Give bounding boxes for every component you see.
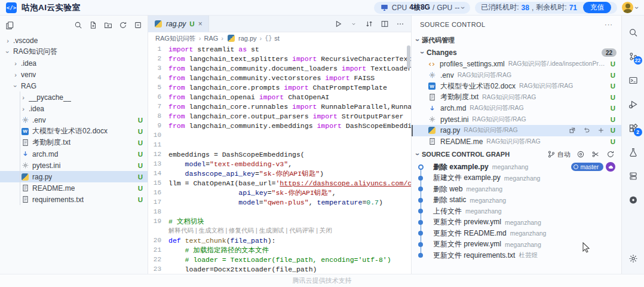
cpu-value: 4核8G (409, 2, 430, 13)
activity-settings[interactable] (622, 246, 644, 270)
breadcrumb-item[interactable]: {}st (265, 35, 280, 42)
run-icon[interactable] (333, 19, 343, 29)
search-icon[interactable] (73, 20, 83, 30)
more-actions-icon[interactable]: ··· (605, 21, 613, 28)
commit-row[interactable]: 删除 webmeganzhang (412, 184, 621, 195)
refresh-icon[interactable] (606, 149, 615, 159)
xml-icon (427, 59, 436, 69)
target-icon[interactable] (576, 149, 585, 159)
tree-item-RAG知识问答[interactable]: ›RAG知识问答 (0, 46, 148, 57)
tree-item-label: pytest.ini (32, 161, 60, 170)
commit-row[interactable]: 新建文件 example.pymeganzhang (412, 173, 621, 184)
terminal-icon (628, 75, 638, 85)
line-number: 23 (148, 265, 168, 273)
changes-header[interactable]: › Changes 22 (412, 47, 621, 59)
tree-item-requirements.txt[interactable]: requirements.txtU (0, 194, 148, 205)
go-file-icon[interactable] (568, 126, 577, 135)
chevron-down-icon[interactable] (349, 19, 358, 29)
activity-debug[interactable] (622, 92, 644, 116)
change-file-path: RAG知识问答/RAG (482, 93, 536, 102)
footer-bar: 腾讯云提供技术支持 (0, 274, 644, 287)
activity-extensions[interactable]: 2 (622, 116, 644, 140)
tree-item-label: __pycache__ (29, 93, 71, 102)
breadcrumb-label: st (274, 35, 280, 42)
activity-beaker[interactable] (622, 140, 644, 164)
change-item-rag.py[interactable]: rag.pyRAG知识问答/RAGU (412, 125, 621, 136)
code-line-22: 22 # loader = TextLoader(file_path, enco… (148, 255, 411, 264)
commit-row[interactable]: 删除 staticmeganzhang (412, 195, 621, 206)
stage-icon[interactable] (596, 126, 606, 135)
activity-search[interactable] (622, 20, 644, 44)
python-icon (226, 33, 236, 43)
activity-source-control-active[interactable]: 22 (622, 44, 644, 68)
discard-icon[interactable] (582, 126, 591, 135)
change-item-pytest.ini[interactable]: pytest.iniRAG知识问答/RAGU (412, 114, 621, 126)
editor-scrollbar[interactable] (407, 45, 410, 68)
collapse-all-icon[interactable] (133, 20, 143, 30)
compare-changes-icon[interactable] (364, 19, 374, 29)
chevron-down-icon: › (633, 7, 640, 9)
commit-graph-list: 删除 example.pymeganzhangmaster新建文件 exampl… (412, 161, 621, 261)
scm-graph-header[interactable]: › SOURCE CONTROL GRAPH 自动 (412, 147, 621, 161)
commit-message: 新建文件 example.py (433, 173, 501, 183)
new-file-icon[interactable] (88, 20, 98, 30)
change-item-arch.md[interactable]: arch.mdRAG知识问答/RAGU (412, 103, 621, 114)
recharge-button[interactable]: 充值 (583, 2, 611, 13)
tree-item-.idea[interactable]: ›.idea (0, 103, 148, 114)
activity-server[interactable] (622, 164, 644, 188)
code-line-21: 21 # 加载指定路径的文本文件 (148, 245, 411, 255)
breadcrumb-item[interactable]: RAG (204, 35, 219, 42)
line-number: 4 (148, 74, 168, 81)
tree-item-__pycache__[interactable]: ›__pycache__ (0, 91, 148, 103)
refresh-icon[interactable] (118, 20, 128, 30)
commit-row[interactable]: 更新文件 preview.ymlmeganzhang (412, 239, 621, 251)
changes-label: Changes (427, 48, 457, 57)
commit-row[interactable]: 更新文件 requirements.txt杜芸煜 (412, 250, 621, 261)
commit-row[interactable]: 更新文件 preview.ymlmeganzhang (412, 217, 621, 228)
chevron-down-icon: › (419, 51, 426, 54)
change-item-README.me[interactable]: README.meRAG知识问答/RAGU (412, 136, 621, 148)
commit-row[interactable]: 上传文件meganzhang (412, 206, 621, 217)
code-line-4: 4from langchain_community.vectorstores i… (148, 73, 411, 83)
tree-item-考勤制度.txt[interactable]: 考勤制度.txtU (0, 137, 148, 148)
code-area[interactable]: 1import streamlit as st2from langchain_t… (148, 44, 411, 274)
change-item-.env[interactable]: .envRAG知识问答/RAGU (412, 70, 621, 81)
user-menu[interactable]: › (622, 2, 638, 13)
tree-item-arch.md[interactable]: arch.mdU (0, 148, 148, 160)
scm-section-source-management[interactable]: › 源代码管理 (412, 33, 621, 47)
commit-row[interactable]: 删除 example.pymeganzhangmaster (412, 161, 621, 173)
close-icon[interactable]: × (198, 20, 203, 28)
tree-item-.vscode[interactable]: ›.vscode (0, 35, 148, 46)
tab-rag-py[interactable]: rag.py U × (148, 16, 209, 32)
change-item-profiles_settings.xml[interactable]: profiles_settings.xmlRAG知识问答/.idea/inspe… (412, 59, 621, 70)
split-editor-icon[interactable] (380, 19, 390, 29)
machine-spec-pill[interactable]: CPU 4核8G / GPU -- › (374, 2, 470, 14)
graph-auto-toggle[interactable]: 自动 (547, 149, 571, 159)
scissors-icon[interactable] (591, 149, 600, 159)
more-icon[interactable] (395, 19, 405, 29)
explorer-pages-icon[interactable] (5, 20, 14, 30)
change-item-大模型专业术语02.docx[interactable]: W大模型专业术语02.docxRAG知识问答/RAGU (412, 81, 621, 92)
tree-item-大模型专业术语02.docx[interactable]: W大模型专业术语02.docxU (0, 126, 148, 137)
tree-item-venv[interactable]: ›venv (0, 69, 148, 80)
line-number: 1 (148, 45, 168, 53)
new-folder-icon[interactable] (103, 20, 113, 30)
tree-item-rag.py[interactable]: rag.pyU (0, 171, 148, 182)
tree-item-RAG[interactable]: ›RAG (0, 80, 148, 91)
tree-item-README.me[interactable]: README.meU (0, 182, 148, 194)
tree-item-pytest.ini[interactable]: pytest.iniU (0, 160, 148, 171)
codelens-actions[interactable]: 解释代码 | 生成文档 | 修复代码 | 生成测试 | 代码评审 | 关闭 (168, 227, 332, 235)
commit-row[interactable]: 更新文件 README.mdmeganzhang (412, 228, 621, 239)
chevron-collapsed-icon: › (5, 37, 11, 44)
change-item-考勤制度.txt[interactable]: 考勤制度.txtRAG知识问答/RAGU (412, 92, 621, 103)
tree-item-.idea[interactable]: ›.idea (0, 57, 148, 69)
tree-item-.env[interactable]: .envU (0, 114, 148, 126)
activity-plugin[interactable] (622, 188, 644, 212)
activity-terminal[interactable] (622, 68, 644, 92)
breadcrumb-item[interactable]: RAG知识问答 (155, 34, 196, 43)
branch-badge-master[interactable]: master (571, 163, 603, 171)
line-number: 18 (148, 208, 168, 215)
breadcrumb-label: rag.py (238, 35, 257, 42)
breadcrumb-item[interactable]: rag.py (226, 33, 257, 43)
code-line-23: 23 loader=Docx2txtLoader(file_path) (148, 264, 411, 274)
